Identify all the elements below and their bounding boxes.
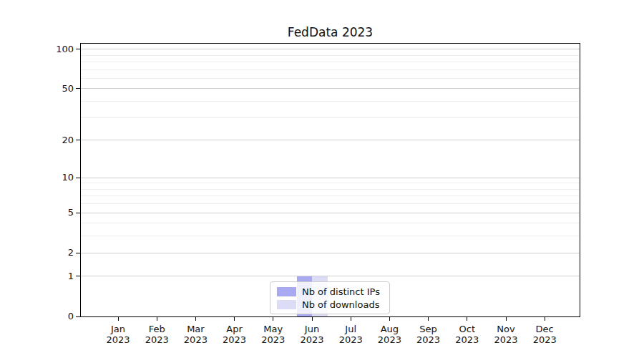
x-tick-mark	[195, 317, 196, 321]
gridline-minor	[81, 78, 580, 79]
x-tick-mark	[545, 317, 545, 321]
gridline-minor	[81, 236, 580, 236]
gridline-minor	[81, 189, 580, 190]
gridline-major	[81, 276, 580, 276]
legend-swatch-downloads-icon	[277, 300, 296, 309]
y-tick-label: 50	[0, 83, 74, 95]
y-tick-label: 1	[0, 271, 74, 282]
gridline-minor	[81, 101, 580, 102]
legend-item-downloads: Nb of downloads	[277, 299, 389, 310]
y-tick-mark	[76, 178, 81, 178]
y-tick-label: 0	[0, 311, 74, 322]
gridline-major	[81, 253, 580, 253]
gridline-minor	[81, 62, 580, 62]
gridline-major	[81, 140, 580, 140]
figure: FedData 2023 0125102050100 Jan2023Feb202…	[0, 0, 644, 358]
y-tick-label: 5	[0, 207, 74, 218]
y-tick-label: 2	[0, 247, 74, 258]
gridline-minor	[81, 183, 580, 183]
x-tick-mark	[467, 317, 467, 321]
gridline-minor	[81, 55, 580, 56]
y-tick-mark	[76, 88, 81, 89]
gridline-minor	[81, 69, 580, 70]
gridline-minor	[81, 195, 580, 196]
x-tick-mark	[351, 317, 351, 321]
gridline-minor	[81, 117, 580, 118]
x-tick-mark	[273, 317, 273, 321]
gridline-major	[81, 88, 580, 89]
x-tick-label: Dec2023	[522, 324, 567, 345]
y-tick-mark	[76, 49, 81, 49]
x-tick-mark	[157, 317, 157, 321]
y-tick-label: 20	[0, 135, 74, 146]
x-tick-mark	[428, 317, 429, 321]
y-tick-label: 100	[0, 44, 74, 55]
gridline-major	[81, 213, 580, 213]
y-tick-mark	[76, 253, 81, 253]
legend-label-distinct-ips: Nb of distinct IPs	[302, 286, 380, 297]
y-tick-mark	[76, 140, 81, 140]
x-tick-mark	[118, 317, 119, 321]
y-tick-mark	[76, 316, 81, 317]
chart-title: FedData 2023	[81, 25, 580, 39]
gridline-major	[81, 178, 580, 178]
y-tick-mark	[76, 213, 81, 213]
plot-area	[80, 43, 580, 317]
legend-label-downloads: Nb of downloads	[302, 299, 379, 310]
x-tick-mark	[389, 317, 390, 321]
legend: Nb of distinct IPs Nb of downloads	[270, 281, 390, 314]
x-tick-mark	[506, 317, 507, 321]
y-tick-mark	[76, 276, 81, 276]
gridline-major	[81, 49, 580, 49]
legend-swatch-distinct-ips-icon	[277, 287, 296, 296]
y-tick-label: 10	[0, 172, 74, 183]
legend-item-distinct-ips: Nb of distinct IPs	[277, 286, 389, 297]
gridline-minor	[81, 203, 580, 204]
gridline-minor	[81, 223, 580, 223]
x-tick-mark	[312, 317, 313, 321]
x-tick-mark	[234, 317, 235, 321]
